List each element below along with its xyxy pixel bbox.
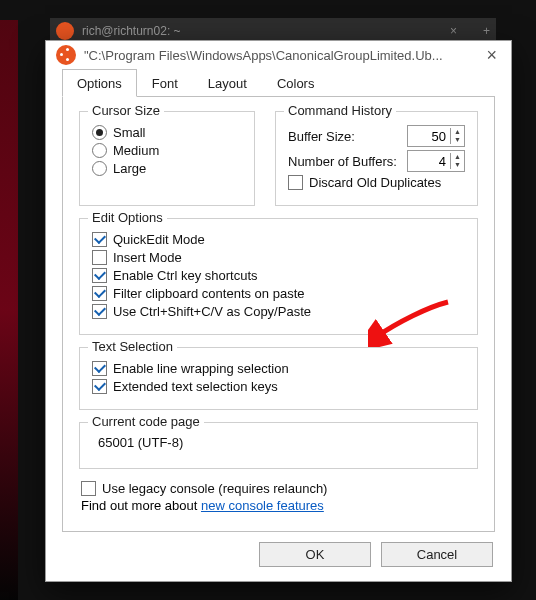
group-cursor-size: Cursor Size Small Medium Large <box>79 111 255 206</box>
new-console-features-link[interactable]: new console features <box>201 498 324 513</box>
checkbox-icon <box>92 268 107 283</box>
buffer-size-input[interactable] <box>408 129 450 144</box>
checkbox-icon <box>288 175 303 190</box>
properties-dialog: "C:\Program Files\WindowsApps\CanonicalG… <box>45 40 512 582</box>
check-legacy-console[interactable]: Use legacy console (requires relaunch) <box>81 481 478 496</box>
check-extended-keys[interactable]: Extended text selection keys <box>92 379 465 394</box>
radio-large[interactable]: Large <box>92 161 242 176</box>
radio-icon <box>92 161 107 176</box>
radio-medium[interactable]: Medium <box>92 143 242 158</box>
check-filter-clipboard[interactable]: Filter clipboard contents on paste <box>92 286 465 301</box>
check-insert-mode[interactable]: Insert Mode <box>92 250 465 265</box>
buffer-size-spinner[interactable]: ▲▼ <box>407 125 465 147</box>
close-icon[interactable]: × <box>482 45 501 66</box>
background-tab-title: rich@richturn02: ~ <box>82 24 181 38</box>
spinner-up-icon[interactable]: ▲ <box>451 128 464 136</box>
num-buffers-input[interactable] <box>408 154 450 169</box>
tab-strip: Options Font Layout Colors <box>62 69 495 97</box>
group-command-history: Command History Buffer Size: ▲▼ Number o… <box>275 111 478 206</box>
checkbox-icon <box>92 232 107 247</box>
group-edit-options: Edit Options QuickEdit Mode Insert Mode … <box>79 218 478 335</box>
tab-layout[interactable]: Layout <box>193 69 262 97</box>
group-legend: Command History <box>284 103 396 118</box>
group-legend: Edit Options <box>88 210 167 225</box>
spinner-down-icon[interactable]: ▼ <box>451 136 464 144</box>
tab-font[interactable]: Font <box>137 69 193 97</box>
checkbox-icon <box>92 379 107 394</box>
add-tab-icon[interactable]: + <box>483 24 490 38</box>
code-page-value: 65001 (UTF-8) <box>92 433 465 456</box>
dialog-button-bar: OK Cancel <box>46 532 511 581</box>
dialog-titlebar: "C:\Program Files\WindowsApps\CanonicalG… <box>46 41 511 69</box>
ok-button[interactable]: OK <box>259 542 371 567</box>
tab-options[interactable]: Options <box>62 69 137 97</box>
checkbox-icon <box>92 361 107 376</box>
tab-panel-options: Cursor Size Small Medium Large Command H… <box>62 96 495 532</box>
spinner-up-icon[interactable]: ▲ <box>451 153 464 161</box>
num-buffers-label: Number of Buffers: <box>288 154 401 169</box>
checkbox-icon <box>92 286 107 301</box>
spinner-down-icon[interactable]: ▼ <box>451 161 464 169</box>
check-discard-duplicates[interactable]: Discard Old Duplicates <box>288 175 465 190</box>
check-ctrl-shift-cv[interactable]: Use Ctrl+Shift+C/V as Copy/Paste <box>92 304 465 319</box>
num-buffers-spinner[interactable]: ▲▼ <box>407 150 465 172</box>
check-quickedit[interactable]: QuickEdit Mode <box>92 232 465 247</box>
tab-colors[interactable]: Colors <box>262 69 330 97</box>
group-code-page: Current code page 65001 (UTF-8) <box>79 422 478 469</box>
checkbox-icon <box>81 481 96 496</box>
legacy-help-line: Find out more about new console features <box>81 498 478 513</box>
radio-small[interactable]: Small <box>92 125 242 140</box>
checkbox-icon <box>92 304 107 319</box>
group-text-selection: Text Selection Enable line wrapping sele… <box>79 347 478 410</box>
checkbox-icon <box>92 250 107 265</box>
close-icon[interactable]: × <box>450 24 457 38</box>
radio-icon <box>92 143 107 158</box>
dialog-title: "C:\Program Files\WindowsApps\CanonicalG… <box>84 48 474 63</box>
check-line-wrapping[interactable]: Enable line wrapping selection <box>92 361 465 376</box>
group-legend: Cursor Size <box>88 103 164 118</box>
buffer-size-label: Buffer Size: <box>288 129 401 144</box>
radio-icon <box>92 125 107 140</box>
ubuntu-icon <box>56 22 74 40</box>
group-legend: Text Selection <box>88 339 177 354</box>
ubuntu-icon <box>56 45 76 65</box>
cancel-button[interactable]: Cancel <box>381 542 493 567</box>
check-ctrl-shortcuts[interactable]: Enable Ctrl key shortcuts <box>92 268 465 283</box>
group-legend: Current code page <box>88 414 204 429</box>
